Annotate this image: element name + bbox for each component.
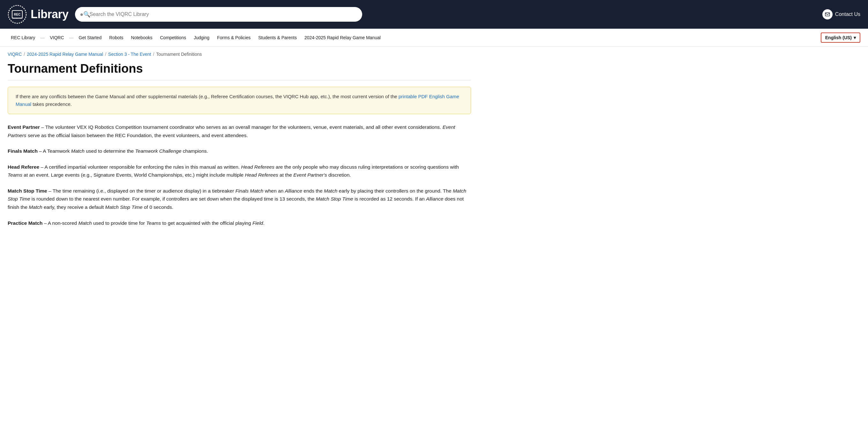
def-entry-event-partner: Event Partner – The volunteer VEX IQ Rob… (8, 123, 471, 139)
lang-label: English (US) (825, 35, 852, 40)
nav-item-notebooks[interactable]: Notebooks (128, 33, 156, 42)
def-entry-finals-match: Finals Match – A Teamwork Match used to … (8, 147, 471, 155)
def-head-referee-body: – A certified impartial volunteer respon… (8, 164, 459, 178)
def-entry-match-stop-time: Match Stop Time – The time remaining (i.… (8, 187, 471, 211)
nav-sep-2: — (69, 35, 74, 40)
header-right: Contact Us (823, 9, 860, 20)
notice-text-after: takes precedence. (31, 101, 72, 107)
def-entry-head-referee: Head Referee – A certified impartial vol… (8, 163, 471, 179)
language-selector[interactable]: English (US) ▾ (821, 33, 860, 43)
nav-item-get-started[interactable]: Get Started (75, 33, 105, 42)
nav-item-competitions[interactable]: Competitions (157, 33, 189, 42)
nav-bar: REC Library — VIQRC — Get Started Robots… (0, 29, 868, 46)
nav-item-rec-library[interactable]: REC Library (8, 33, 38, 42)
logo-title: Library (31, 8, 69, 21)
def-event-partner-body: – The volunteer VEX IQ Robotics Competit… (8, 124, 455, 138)
search-bar: ●🔍 (75, 7, 362, 22)
logo-area: REC FOUNDATION Library (8, 5, 69, 24)
nav-item-robots[interactable]: Robots (106, 33, 126, 42)
breadcrumb-viqrc[interactable]: VIQRC (8, 51, 22, 57)
term-head-referee: Head Referee (8, 164, 39, 170)
contact-icon (823, 9, 833, 20)
def-practice-match-body: – A non-scored Match used to provide tim… (42, 220, 264, 226)
top-header: REC FOUNDATION Library ●🔍 Contact Us (0, 0, 868, 29)
svg-text:FOUNDATION: FOUNDATION (12, 17, 23, 19)
rec-foundation-logo-icon: REC FOUNDATION (8, 5, 27, 24)
contact-label[interactable]: Contact Us (835, 11, 860, 17)
nav-item-students-parents[interactable]: Students & Parents (255, 33, 300, 42)
svg-text:REC: REC (14, 13, 21, 16)
breadcrumb-sep-2: / (105, 51, 106, 57)
nav-item-viqrc[interactable]: VIQRC (46, 33, 67, 42)
term-event-partner: Event Partner (8, 124, 40, 130)
def-entry-practice-match: Practice Match – A non-scored Match used… (8, 219, 471, 227)
nav-items: REC Library — VIQRC — Get Started Robots… (8, 33, 821, 42)
search-icon: ●🔍 (80, 11, 91, 18)
page-title: Tournament Definitions (8, 62, 471, 80)
nav-item-judging[interactable]: Judging (190, 33, 213, 42)
nav-sep-1: — (39, 35, 45, 40)
nav-item-game-manual[interactable]: 2024-2025 Rapid Relay Game Manual (301, 33, 384, 42)
breadcrumb-current: Tournament Definitions (156, 51, 202, 57)
search-input[interactable] (75, 7, 362, 22)
main-content: Tournament Definitions If there are any … (0, 59, 479, 247)
notice-box: If there are any conflicts between the G… (8, 87, 471, 114)
term-match-stop-time: Match Stop Time (8, 188, 47, 194)
nav-item-forms-policies[interactable]: Forms & Policies (214, 33, 254, 42)
breadcrumb-sep-1: / (24, 51, 25, 57)
def-match-stop-time-body: – The time remaining (i.e., displayed on… (8, 188, 466, 210)
notice-text-before: If there are any conflicts between the G… (16, 94, 399, 99)
term-finals-match: Finals Match (8, 148, 38, 154)
breadcrumb-game-manual[interactable]: 2024-2025 Rapid Relay Game Manual (27, 51, 103, 57)
chevron-down-icon: ▾ (854, 35, 856, 40)
breadcrumb-sep-3: / (153, 51, 154, 57)
breadcrumb-section3[interactable]: Section 3 - The Event (108, 51, 151, 57)
term-practice-match: Practice Match (8, 220, 42, 226)
breadcrumb: VIQRC / 2024-2025 Rapid Relay Game Manua… (0, 46, 868, 59)
def-finals-match-body: – A Teamwork Match used to determine the… (38, 148, 208, 154)
